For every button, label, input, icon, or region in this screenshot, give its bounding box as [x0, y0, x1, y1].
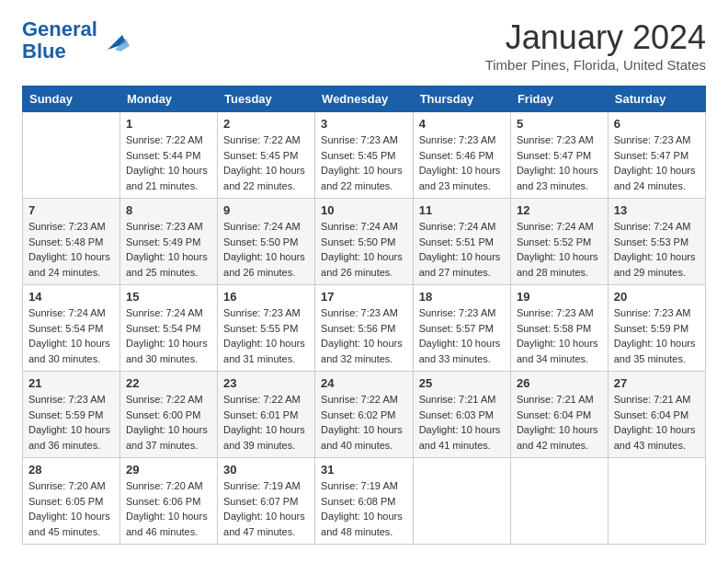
calendar-body: 1Sunrise: 7:22 AMSunset: 5:44 PMDaylight… — [23, 112, 706, 545]
weekday-wednesday: Wednesday — [315, 86, 414, 112]
day-cell — [510, 458, 608, 545]
day-cell: 20Sunrise: 7:23 AMSunset: 5:59 PMDayligh… — [608, 285, 705, 372]
day-number: 14 — [28, 290, 114, 304]
day-info: Sunrise: 7:22 AMSunset: 5:45 PMDaylight:… — [223, 132, 309, 193]
day-cell: 24Sunrise: 7:22 AMSunset: 6:02 PMDayligh… — [315, 372, 414, 458]
week-row-5: 28Sunrise: 7:20 AMSunset: 6:05 PMDayligh… — [23, 458, 706, 545]
day-cell: 14Sunrise: 7:24 AMSunset: 5:54 PMDayligh… — [23, 285, 120, 372]
day-cell: 29Sunrise: 7:20 AMSunset: 6:06 PMDayligh… — [119, 458, 217, 545]
day-cell: 3Sunrise: 7:23 AMSunset: 5:45 PMDaylight… — [315, 112, 414, 199]
day-cell: 21Sunrise: 7:23 AMSunset: 5:59 PMDayligh… — [23, 372, 120, 458]
day-cell: 23Sunrise: 7:22 AMSunset: 6:01 PMDayligh… — [218, 372, 315, 458]
day-number: 16 — [223, 290, 309, 304]
day-number: 27 — [614, 376, 700, 390]
day-cell: 31Sunrise: 7:19 AMSunset: 6:08 PMDayligh… — [315, 458, 414, 545]
day-cell — [413, 458, 510, 545]
day-cell: 27Sunrise: 7:21 AMSunset: 6:04 PMDayligh… — [608, 372, 705, 458]
day-info: Sunrise: 7:22 AMSunset: 6:00 PMDaylight:… — [126, 392, 211, 453]
day-info: Sunrise: 7:24 AMSunset: 5:52 PMDaylight:… — [517, 219, 602, 280]
day-cell: 9Sunrise: 7:24 AMSunset: 5:50 PMDaylight… — [218, 199, 315, 285]
day-info: Sunrise: 7:21 AMSunset: 6:04 PMDaylight:… — [614, 392, 700, 453]
day-cell: 30Sunrise: 7:19 AMSunset: 6:07 PMDayligh… — [218, 458, 315, 545]
day-number: 5 — [517, 117, 602, 131]
weekday-monday: Monday — [119, 86, 217, 112]
day-cell: 17Sunrise: 7:23 AMSunset: 5:56 PMDayligh… — [315, 285, 414, 372]
day-number: 21 — [28, 376, 114, 390]
day-info: Sunrise: 7:22 AMSunset: 5:44 PMDaylight:… — [126, 132, 211, 193]
day-info: Sunrise: 7:21 AMSunset: 6:04 PMDaylight:… — [517, 392, 602, 453]
day-number: 23 — [223, 376, 309, 390]
day-number: 17 — [321, 290, 407, 304]
day-cell: 5Sunrise: 7:23 AMSunset: 5:47 PMDaylight… — [510, 112, 608, 199]
day-info: Sunrise: 7:24 AMSunset: 5:54 PMDaylight:… — [126, 305, 211, 366]
day-cell: 13Sunrise: 7:24 AMSunset: 5:53 PMDayligh… — [608, 199, 705, 285]
weekday-tuesday: Tuesday — [218, 86, 315, 112]
day-number: 6 — [614, 117, 700, 131]
day-info: Sunrise: 7:23 AMSunset: 5:56 PMDaylight:… — [321, 305, 407, 366]
day-number: 4 — [419, 117, 505, 131]
day-info: Sunrise: 7:19 AMSunset: 6:07 PMDaylight:… — [223, 478, 309, 539]
day-info: Sunrise: 7:23 AMSunset: 5:47 PMDaylight:… — [517, 132, 602, 193]
day-number: 25 — [419, 376, 505, 390]
day-cell: 4Sunrise: 7:23 AMSunset: 5:46 PMDaylight… — [413, 112, 510, 199]
day-cell: 18Sunrise: 7:23 AMSunset: 5:57 PMDayligh… — [413, 285, 510, 372]
week-row-2: 7Sunrise: 7:23 AMSunset: 5:48 PMDaylight… — [23, 199, 706, 285]
day-number: 1 — [126, 117, 211, 131]
day-info: Sunrise: 7:23 AMSunset: 5:55 PMDaylight:… — [223, 305, 309, 366]
day-info: Sunrise: 7:24 AMSunset: 5:51 PMDaylight:… — [419, 219, 505, 280]
page-header: GeneralBlue January 2024 Timber Pines, F… — [22, 18, 706, 73]
day-number: 12 — [517, 203, 602, 217]
day-info: Sunrise: 7:24 AMSunset: 5:54 PMDaylight:… — [28, 305, 114, 366]
weekday-thursday: Thursday — [413, 86, 510, 112]
day-number: 26 — [517, 376, 602, 390]
day-cell: 8Sunrise: 7:23 AMSunset: 5:49 PMDaylight… — [119, 199, 217, 285]
month-title: January 2024 — [485, 18, 706, 57]
day-number: 13 — [614, 203, 700, 217]
day-cell: 28Sunrise: 7:20 AMSunset: 6:05 PMDayligh… — [23, 458, 120, 545]
day-info: Sunrise: 7:23 AMSunset: 5:45 PMDaylight:… — [321, 132, 407, 193]
day-number: 31 — [321, 463, 407, 477]
day-info: Sunrise: 7:23 AMSunset: 5:47 PMDaylight:… — [614, 132, 700, 193]
day-info: Sunrise: 7:24 AMSunset: 5:50 PMDaylight:… — [321, 219, 407, 280]
day-info: Sunrise: 7:22 AMSunset: 6:01 PMDaylight:… — [223, 392, 309, 453]
day-cell: 26Sunrise: 7:21 AMSunset: 6:04 PMDayligh… — [510, 372, 608, 458]
day-info: Sunrise: 7:23 AMSunset: 5:46 PMDaylight:… — [419, 132, 505, 193]
day-info: Sunrise: 7:23 AMSunset: 5:59 PMDaylight:… — [28, 392, 114, 453]
day-info: Sunrise: 7:23 AMSunset: 5:48 PMDaylight:… — [28, 219, 114, 280]
day-number: 29 — [126, 463, 211, 477]
week-row-3: 14Sunrise: 7:24 AMSunset: 5:54 PMDayligh… — [23, 285, 706, 372]
day-info: Sunrise: 7:23 AMSunset: 5:49 PMDaylight:… — [126, 219, 211, 280]
day-info: Sunrise: 7:21 AMSunset: 6:03 PMDaylight:… — [419, 392, 505, 453]
day-number: 7 — [28, 203, 114, 217]
day-cell: 16Sunrise: 7:23 AMSunset: 5:55 PMDayligh… — [218, 285, 315, 372]
week-row-4: 21Sunrise: 7:23 AMSunset: 5:59 PMDayligh… — [23, 372, 706, 458]
day-info: Sunrise: 7:20 AMSunset: 6:06 PMDaylight:… — [126, 478, 211, 539]
day-cell: 7Sunrise: 7:23 AMSunset: 5:48 PMDaylight… — [23, 199, 120, 285]
day-cell — [608, 458, 705, 545]
day-number: 2 — [223, 117, 309, 131]
day-cell: 22Sunrise: 7:22 AMSunset: 6:00 PMDayligh… — [119, 372, 217, 458]
day-cell: 1Sunrise: 7:22 AMSunset: 5:44 PMDaylight… — [119, 112, 217, 199]
day-number: 24 — [321, 376, 407, 390]
weekday-header: SundayMondayTuesdayWednesdayThursdayFrid… — [23, 86, 706, 112]
day-number: 15 — [126, 290, 211, 304]
logo: GeneralBlue — [22, 18, 130, 63]
day-number: 28 — [28, 463, 114, 477]
day-number: 19 — [517, 290, 602, 304]
day-number: 22 — [126, 376, 211, 390]
weekday-saturday: Saturday — [608, 86, 705, 112]
day-number: 8 — [126, 203, 211, 217]
weekday-friday: Friday — [510, 86, 608, 112]
day-number: 30 — [223, 463, 309, 477]
day-cell: 12Sunrise: 7:24 AMSunset: 5:52 PMDayligh… — [510, 199, 608, 285]
day-cell: 2Sunrise: 7:22 AMSunset: 5:45 PMDaylight… — [218, 112, 315, 199]
day-info: Sunrise: 7:23 AMSunset: 5:57 PMDaylight:… — [419, 305, 505, 366]
day-cell: 15Sunrise: 7:24 AMSunset: 5:54 PMDayligh… — [119, 285, 217, 372]
day-number: 9 — [223, 203, 309, 217]
logo-text: GeneralBlue — [22, 18, 97, 63]
location: Timber Pines, Florida, United States — [485, 57, 706, 73]
day-info: Sunrise: 7:22 AMSunset: 6:02 PMDaylight:… — [321, 392, 407, 453]
day-info: Sunrise: 7:24 AMSunset: 5:50 PMDaylight:… — [223, 219, 309, 280]
day-number: 18 — [419, 290, 505, 304]
title-block: January 2024 Timber Pines, Florida, Unit… — [485, 18, 706, 73]
